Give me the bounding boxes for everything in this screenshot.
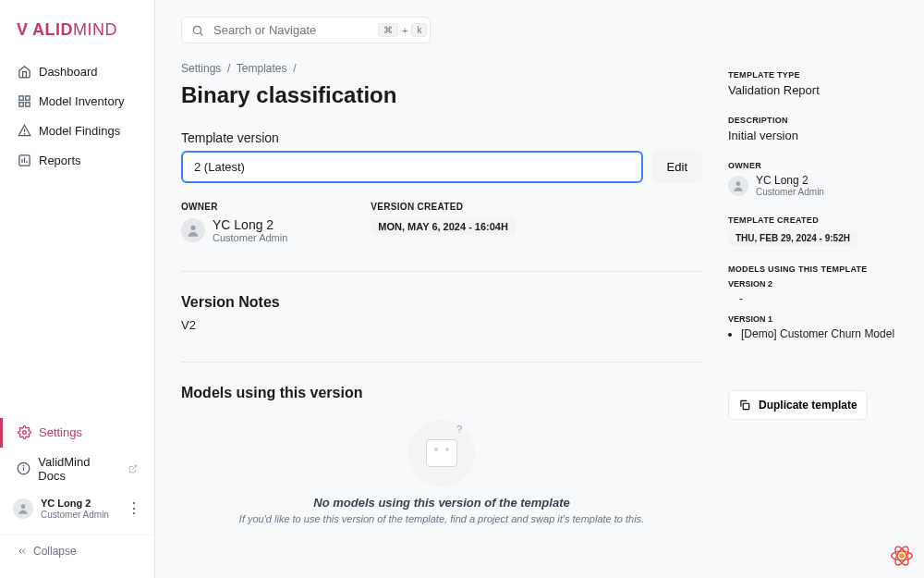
user-menu-button[interactable]: ⋮ bbox=[127, 501, 141, 516]
models-using-label: MODELS USING THIS TEMPLATE bbox=[728, 264, 902, 274]
template-created-date: THU, FEB 29, 2024 - 9:52H bbox=[728, 230, 857, 246]
description: Initial version bbox=[728, 129, 902, 142]
home-icon bbox=[17, 64, 31, 79]
copy-icon bbox=[738, 399, 751, 412]
models-heading: Models using this version bbox=[181, 385, 702, 401]
duplicate-button[interactable]: Duplicate template bbox=[728, 390, 868, 420]
empty-illustration: ? bbox=[408, 420, 475, 486]
brand-logo: VVALIDMINDALIDMIND bbox=[0, 11, 154, 56]
edit-button[interactable]: Edit bbox=[652, 151, 702, 183]
version-created-label: VERSION CREATED bbox=[371, 202, 516, 212]
sidebar-item-docs[interactable]: ValidMind Docs bbox=[0, 448, 154, 490]
sidebar-item-label: ValidMind Docs bbox=[38, 455, 117, 483]
version-label: Template version bbox=[181, 130, 702, 145]
sidebar-item-label: Reports bbox=[39, 154, 81, 167]
search-icon bbox=[191, 24, 204, 37]
svg-line-14 bbox=[132, 465, 137, 470]
reports-icon bbox=[17, 153, 31, 167]
main-content: ⌘ + k Settings / Templates / Binary clas… bbox=[181, 17, 702, 578]
sidebar-item-dashboard[interactable]: Dashboard bbox=[0, 56, 154, 86]
collapse-button[interactable]: Collapse bbox=[0, 535, 154, 567]
svg-point-19 bbox=[736, 181, 741, 186]
breadcrumb-templates[interactable]: Templates bbox=[237, 62, 287, 75]
template-created-label: TEMPLATE CREATED bbox=[728, 215, 902, 225]
version2-label: VERSION 2 bbox=[728, 279, 902, 289]
collapse-label: Collapse bbox=[33, 545, 77, 558]
svg-point-16 bbox=[193, 26, 201, 33]
sidebar-item-label: Model Findings bbox=[39, 124, 120, 138]
user-role: Customer Admin bbox=[41, 510, 109, 520]
owner-name: YC Long 2 bbox=[213, 217, 287, 232]
version1-label: VERSION 1 bbox=[728, 314, 902, 324]
empty-state: ? No models using this version of the te… bbox=[181, 409, 702, 543]
template-type: Validation Report bbox=[728, 83, 902, 97]
breadcrumb-settings[interactable]: Settings bbox=[181, 62, 221, 75]
sidebar-item-reports[interactable]: Reports bbox=[0, 145, 154, 175]
sidebar-item-inventory[interactable]: Model Inventory bbox=[0, 86, 154, 116]
version2-item: - bbox=[728, 292, 902, 305]
divider bbox=[181, 362, 702, 363]
version1-item[interactable]: [Demo] Customer Churn Model bbox=[741, 327, 902, 340]
rp-owner: YC Long 2 Customer Admin bbox=[728, 174, 902, 197]
svg-rect-2 bbox=[18, 102, 22, 105]
info-icon bbox=[17, 461, 30, 476]
template-type-label: TEMPLATE TYPE bbox=[728, 70, 902, 80]
svg-rect-0 bbox=[18, 95, 22, 99]
gear-icon bbox=[17, 425, 31, 440]
duplicate-label: Duplicate template bbox=[759, 399, 857, 412]
inventory-icon bbox=[17, 93, 31, 108]
empty-subtitle: If you'd like to use this version of the… bbox=[181, 513, 702, 524]
keyboard-hint: ⌘ + k bbox=[378, 23, 427, 37]
avatar-icon bbox=[13, 498, 33, 519]
right-panel: TEMPLATE TYPE Validation Report DESCRIPT… bbox=[728, 17, 902, 578]
current-user: YC Long 2 Customer Admin ⋮ bbox=[0, 490, 154, 527]
svg-point-10 bbox=[22, 431, 26, 435]
divider bbox=[181, 271, 702, 272]
breadcrumb: Settings / Templates / bbox=[181, 62, 702, 75]
avatar-icon bbox=[728, 176, 748, 196]
nav-list: Dashboard Model Inventory Model Findings… bbox=[0, 56, 154, 567]
svg-point-5 bbox=[24, 133, 25, 134]
svg-point-18 bbox=[190, 226, 195, 230]
search-input-wrapper[interactable]: ⌘ + k bbox=[181, 17, 431, 43]
svg-point-24 bbox=[899, 553, 905, 559]
svg-rect-1 bbox=[25, 95, 29, 99]
devtools-icon[interactable] bbox=[889, 543, 915, 569]
owner-info: YC Long 2 Customer Admin bbox=[181, 217, 287, 243]
version-created-date: MON, MAY 6, 2024 - 16:04H bbox=[371, 218, 516, 235]
description-label: DESCRIPTION bbox=[728, 116, 902, 125]
version-notes-heading: Version Notes bbox=[181, 294, 702, 311]
owner-label: OWNER bbox=[181, 202, 287, 212]
sidebar-item-label: Model Inventory bbox=[39, 94, 125, 108]
sidebar-item-label: Dashboard bbox=[39, 65, 98, 79]
empty-title: No models using this version of the temp… bbox=[181, 496, 702, 510]
chevron-left-icon bbox=[17, 546, 28, 557]
rp-owner-role: Customer Admin bbox=[756, 187, 824, 197]
findings-icon bbox=[17, 123, 31, 138]
rp-owner-label: OWNER bbox=[728, 161, 902, 170]
sidebar: VVALIDMINDALIDMIND Dashboard Model Inven… bbox=[0, 0, 155, 578]
sidebar-item-findings[interactable]: Model Findings bbox=[0, 116, 154, 145]
svg-rect-20 bbox=[743, 403, 748, 409]
sidebar-item-settings[interactable]: Settings bbox=[0, 418, 154, 448]
external-link-icon bbox=[128, 464, 138, 473]
page-title: Binary classification bbox=[181, 82, 702, 108]
svg-line-17 bbox=[200, 32, 202, 35]
sidebar-item-label: Settings bbox=[39, 425, 82, 439]
version-select[interactable]: 2 (Latest) bbox=[181, 151, 643, 183]
rp-owner-name: YC Long 2 bbox=[756, 174, 824, 187]
version-notes-body: V2 bbox=[181, 318, 702, 332]
search-input[interactable] bbox=[213, 23, 369, 37]
avatar-icon bbox=[181, 218, 205, 242]
owner-role: Customer Admin bbox=[213, 232, 287, 243]
svg-rect-3 bbox=[25, 102, 29, 105]
svg-point-15 bbox=[21, 504, 26, 509]
user-name: YC Long 2 bbox=[41, 498, 109, 510]
svg-point-13 bbox=[23, 465, 24, 466]
